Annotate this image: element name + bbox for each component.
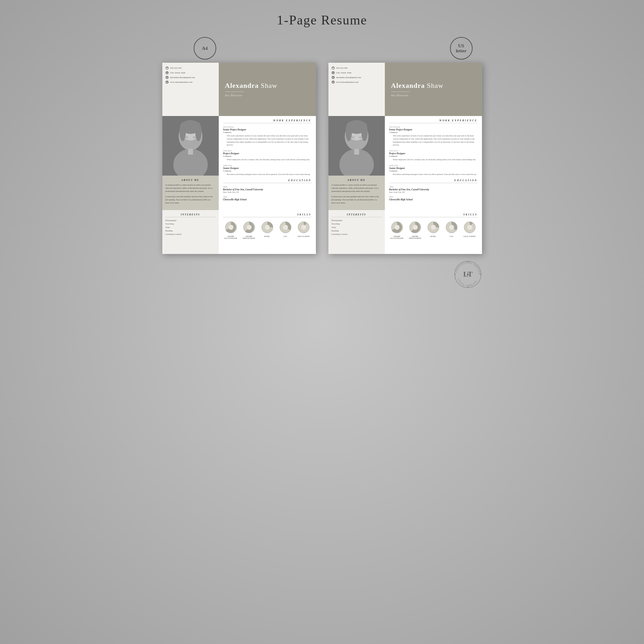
- skill-javascript-us: JAVA SCRIPT: [463, 220, 477, 237]
- edu-entry-2-us: 2004 Cherryville High School: [389, 196, 478, 201]
- svg-point-13: [247, 225, 252, 230]
- about-me-title: ABOUT ME: [165, 179, 216, 181]
- about-me-text-1: A resume profile is a short section in w…: [165, 183, 216, 192]
- svg-point-15: [265, 225, 270, 230]
- resume-bottom: INTERESTS Photography Traveling Yoga Rea…: [162, 210, 316, 254]
- skill-illustrator: ADOBEILLUSTRAOR: [224, 220, 238, 239]
- svg-point-35: [431, 225, 436, 230]
- skill-photoshop-us: ADOBEPHOTOSHOP: [408, 220, 422, 239]
- location-icon-us: ⊙: [332, 71, 335, 74]
- job-entry-1: 2015-Present Senior Project Designer Com…: [223, 126, 312, 146]
- svg-point-28: [351, 136, 354, 138]
- brand-logo: LT PROFESSIONAL DESIGNS LOCATE TEMPLATE: [454, 260, 482, 288]
- page-title: 1-Page Resume: [277, 13, 367, 28]
- email-icon-us: ✉: [332, 76, 335, 79]
- resumes-row: ☎ 555-222-444 ⊙ City, Street, State ✉ al…: [162, 63, 482, 254]
- skill-css: CSS: [279, 220, 292, 237]
- about-me-text-2: It showcases your best qualities and how…: [165, 195, 216, 204]
- skills-row: ADOBEILLUSTRAOR ADOBEPHOTOSHOP: [223, 220, 312, 239]
- candidate-job-title: Art Director: [225, 94, 310, 97]
- svg-point-9: [193, 136, 196, 138]
- svg-rect-7: [188, 149, 193, 154]
- photo-area-us: [328, 116, 385, 175]
- right-col-body-us: WORK EXPERIENCE 2015-Present Senior Proj…: [385, 116, 482, 210]
- skills-title-us: SKILLS: [389, 213, 478, 217]
- svg-point-11: [228, 225, 233, 230]
- candidate-name: Alexandra Shaw: [225, 82, 310, 89]
- svg-point-33: [413, 225, 418, 230]
- edu-entry-2: 2004 Cherryville High School: [223, 196, 312, 201]
- left-col-interests: INTERESTS Photography Traveling Yoga Rea…: [162, 210, 219, 254]
- resume-body: ABOUT ME A resume profile is a short sec…: [162, 116, 316, 210]
- education-title-us: EDUCATION: [389, 179, 478, 183]
- interests-title-us: INTERESTS: [332, 213, 382, 217]
- resume-body-us: ABOUT ME A resume profile is a short sec…: [328, 116, 482, 210]
- skill-javascript: JAVA SCRIPT: [297, 220, 311, 237]
- web-icon: ⊕: [165, 81, 169, 84]
- skills-row-us: ADOBEILLUSTRAOR ADOBEPHOTOSHOP: [389, 220, 478, 239]
- a4-label: A4: [194, 37, 216, 60]
- work-experience-title-us: WORK EXPERIENCE: [389, 119, 478, 123]
- resume-top: ☎ 555-222-444 ⊙ City, Street, State ✉ al…: [162, 63, 316, 116]
- candidate-job-title-us: Art Director: [391, 94, 476, 97]
- resume-bottom-us: INTERESTS Photography Traveling Yoga Rea…: [328, 210, 482, 254]
- skill-photoshop: ADOBEPHOTOSHOP: [242, 220, 256, 239]
- resume-top-us: ☎ 555-222-444 ⊙ City, Street, State ✉ al…: [328, 63, 482, 116]
- svg-point-29: [359, 136, 362, 138]
- job-entry-1-us: 2015-Present Senior Project Designer Com…: [389, 126, 478, 146]
- job-entry-2-us: 2010-2015 Project Designer Company When …: [389, 149, 478, 161]
- left-col-body: ABOUT ME A resume profile is a short sec…: [162, 116, 219, 210]
- svg-text:LT: LT: [463, 270, 473, 278]
- job-entry-3-us: 2008-2010 Junior Designer Company Recrui…: [389, 164, 478, 176]
- svg-point-43: [467, 286, 469, 288]
- right-col-skills: SKILLS ADOBEILLUSTRAOR: [219, 210, 316, 254]
- format-labels: A4 USletter: [156, 37, 488, 60]
- about-me-text-1-us: A resume profile is a short section in w…: [332, 183, 382, 192]
- resume-card-us: ☎ 555-222-444 ⊙ City, Street, State ✉ al…: [328, 63, 482, 254]
- logo-area: LT PROFESSIONAL DESIGNS LOCATE TEMPLATE: [156, 260, 488, 288]
- job-entry-3: 2008-2010 Junior Designer Company Recrui…: [223, 164, 312, 176]
- skill-css-us: CSS: [445, 220, 458, 237]
- education-title: EDUCATION: [223, 179, 312, 183]
- svg-rect-27: [354, 149, 359, 154]
- job-entry-2: 2010-2015 Project Designer Company When …: [223, 149, 312, 161]
- photo-area: [162, 116, 219, 175]
- edu-entry-1: 2008 Bachelor of Fine Arts, Cornell Univ…: [223, 186, 312, 193]
- svg-point-19: [301, 225, 306, 230]
- left-col-contact-us: ☎ 555-222-444 ⊙ City, Street, State ✉ al…: [328, 63, 385, 116]
- web-icon-us: ⊕: [332, 81, 335, 84]
- contact-phone-us: ☎ 555-222-444: [332, 66, 382, 70]
- skill-illustrator-us: ADOBEILLUSTRAOR: [390, 220, 404, 239]
- contact-email: ✉ alexandra.shaw@gmail.com: [165, 76, 216, 79]
- contact-email-us: ✉ alexandra.shaw@gmail.com: [332, 76, 382, 79]
- about-me-text-2-us: It showcases your best qualities and how…: [332, 195, 382, 204]
- left-col-interests-us: INTERESTS Photography Traveling Yoga Rea…: [328, 210, 385, 254]
- candidate-name-us: Alexandra Shaw: [391, 82, 476, 89]
- right-col-skills-us: SKILLS ADOBEILLUSTRAOR: [385, 210, 482, 254]
- phone-icon-us: ☎: [332, 66, 335, 70]
- work-experience-title: WORK EXPERIENCE: [223, 119, 312, 123]
- contact-phone: ☎ 555-222-444: [165, 66, 216, 70]
- right-col-header: Alexandra Shaw Art Director: [219, 63, 316, 116]
- skill-html-us: HTML: [427, 220, 440, 237]
- email-icon: ✉: [165, 76, 169, 79]
- phone-icon: ☎: [165, 66, 169, 70]
- svg-point-25: [361, 122, 368, 141]
- about-me-title-us: ABOUT ME: [332, 179, 382, 181]
- svg-point-37: [449, 225, 454, 230]
- contact-address: ⊙ City, Street, State: [165, 71, 216, 74]
- resume-card-a4: ☎ 555-222-444 ⊙ City, Street, State ✉ al…: [162, 63, 316, 254]
- svg-point-8: [185, 136, 188, 138]
- about-me-section: ABOUT ME A resume profile is a short sec…: [162, 175, 219, 210]
- svg-point-44: [454, 274, 456, 275]
- svg-point-31: [395, 225, 400, 230]
- edu-entry-1-us: 2008 Bachelor of Fine Arts, Cornell Univ…: [389, 186, 478, 193]
- left-col-body-us: ABOUT ME A resume profile is a short sec…: [328, 116, 385, 210]
- contact-website-us: ⊕ www.alexandrashaw.com: [332, 81, 382, 84]
- right-col-body: WORK EXPERIENCE 2015-Present Senior Proj…: [219, 116, 316, 210]
- svg-point-24: [346, 122, 352, 141]
- svg-point-17: [283, 225, 288, 230]
- interests-title: INTERESTS: [165, 213, 216, 217]
- left-col-contact: ☎ 555-222-444 ⊙ City, Street, State ✉ al…: [162, 63, 219, 116]
- skills-title: SKILLS: [223, 213, 312, 217]
